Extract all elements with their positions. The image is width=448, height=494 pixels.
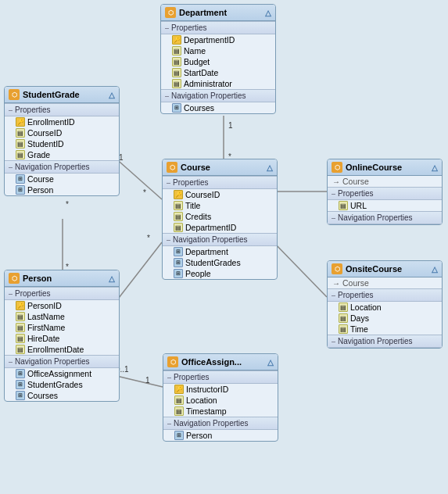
- entity-officeassignment-collapse[interactable]: △: [267, 358, 274, 367]
- person-nav-courses: ⊞ Courses: [5, 390, 119, 401]
- entity-officeassignment: ⬡ OfficeAssign... △ – Properties 🔑 Instr…: [163, 353, 278, 442]
- svg-text:*: *: [143, 188, 146, 197]
- entity-onsitecourse-title: OnsiteCourse: [346, 264, 402, 274]
- entity-officeassignment-header[interactable]: ⬡ OfficeAssign... △: [163, 354, 278, 370]
- nav-icon: ⊞: [16, 391, 25, 400]
- entity-person-header[interactable]: ⬡ Person △: [5, 270, 119, 287]
- entity-department-collapse[interactable]: △: [265, 9, 271, 17]
- field-icon: ▤: [339, 313, 348, 323]
- officeassignment-properties-header[interactable]: – Properties: [163, 370, 278, 384]
- course-nav-studentgrades: ⊞ StudentGrades: [163, 257, 277, 268]
- onsitecourse-prop-location: ▤ Location: [328, 302, 442, 313]
- person-prop-firstname: ▤ FirstName: [5, 322, 119, 333]
- entity-studentgrade: ⬡ StudentGrade △ – Properties 🔑 Enrollme…: [4, 86, 120, 196]
- department-prop-budget: ▤ Budget: [161, 56, 275, 67]
- entity-course-title: Course: [181, 163, 210, 172]
- field-icon: ▤: [172, 68, 181, 77]
- field-icon: ▤: [16, 334, 25, 343]
- entity-course-collapse[interactable]: △: [267, 163, 273, 172]
- studentgrade-navprops-label: Navigation Properties: [15, 163, 90, 171]
- entity-studentgrade-icon: ⬡: [9, 89, 20, 100]
- svg-text:1: 1: [145, 376, 150, 385]
- course-navprops-label: Navigation Properties: [173, 235, 248, 244]
- entity-department: ⬡ Department △ – Properties 🔑 Department…: [160, 4, 276, 114]
- studentgrade-nav-course: ⊞ Course: [5, 174, 119, 184]
- onsitecourse-properties-header[interactable]: – Properties: [328, 288, 442, 302]
- entity-onsitecourse: ⬡ OnsiteCourse △ → Course – Properties ▤…: [327, 260, 443, 349]
- nav-icon: ⊞: [16, 369, 25, 378]
- course-properties-header[interactable]: – Properties: [163, 176, 277, 189]
- entity-person-collapse[interactable]: △: [109, 274, 115, 283]
- nav-icon: ⊞: [172, 103, 181, 113]
- field-icon: ▤: [16, 345, 25, 354]
- department-properties-label: Properties: [171, 23, 207, 32]
- department-prop-startdate: ▤ StartDate: [161, 67, 275, 78]
- entity-onlinecourse-collapse[interactable]: △: [432, 163, 438, 172]
- onsitecourse-navprops-label: Navigation Properties: [338, 337, 413, 345]
- studentgrade-nav-person: ⊞ Person: [5, 184, 119, 195]
- onlinecourse-properties-label: Properties: [338, 189, 374, 198]
- entity-course: ⬡ Course △ – Properties 🔑 CourseID ▤ Tit…: [162, 159, 278, 280]
- studentgrade-properties-label: Properties: [15, 106, 51, 114]
- field-icon: ▤: [339, 302, 348, 312]
- entity-person: ⬡ Person △ – Properties 🔑 PersonID ▤ Las…: [4, 270, 120, 402]
- entity-course-icon: ⬡: [167, 162, 177, 173]
- officeassignment-navprops-header[interactable]: – Navigation Properties: [163, 417, 278, 430]
- studentgrade-prop-studentid: ▤ StudentID: [5, 138, 119, 149]
- entity-person-title: Person: [23, 274, 52, 283]
- department-prop-name: ▤ Name: [161, 45, 275, 56]
- department-navprops-header[interactable]: – Navigation Properties: [161, 89, 275, 102]
- entity-person-icon: ⬡: [9, 273, 20, 284]
- entity-studentgrade-title: StudentGrade: [23, 90, 80, 99]
- entity-department-header[interactable]: ⬡ Department △: [161, 5, 275, 21]
- studentgrade-navprops-header[interactable]: – Navigation Properties: [5, 160, 119, 174]
- entity-onlinecourse-icon: ⬡: [332, 162, 342, 173]
- entity-onsitecourse-icon: ⬡: [332, 263, 342, 274]
- entity-studentgrade-collapse[interactable]: △: [109, 91, 115, 99]
- field-icon: ▤: [339, 201, 348, 210]
- person-prop-hiredate: ▤ HireDate: [5, 333, 119, 344]
- diagram-canvas: 1 * * 1 * * * * 1 0..1 ⬡ Department △: [0, 0, 448, 494]
- entity-course-header[interactable]: ⬡ Course △: [163, 159, 277, 176]
- entity-onlinecourse-header[interactable]: ⬡ OnlineCourse △: [328, 159, 442, 176]
- course-navprops-header[interactable]: – Navigation Properties: [163, 233, 277, 246]
- studentgrade-properties-header[interactable]: – Properties: [5, 103, 119, 116]
- key-icon: 🔑: [174, 385, 184, 394]
- onlinecourse-arrow: → Course: [328, 176, 442, 187]
- field-icon: ▤: [172, 79, 181, 88]
- onsitecourse-properties-label: Properties: [338, 291, 374, 299]
- course-properties-label: Properties: [173, 178, 209, 187]
- entity-onlinecourse-title: OnlineCourse: [346, 163, 402, 172]
- field-icon: ▤: [174, 406, 184, 416]
- studentgrade-prop-enrollmentid: 🔑 EnrollmentID: [5, 116, 119, 127]
- nav-icon: ⊞: [174, 258, 183, 267]
- field-icon: ▤: [339, 324, 348, 334]
- course-nav-department: ⊞ Department: [163, 246, 277, 257]
- officeassignment-navprops-label: Navigation Properties: [174, 419, 249, 428]
- svg-line-16: [113, 375, 163, 387]
- onsitecourse-prop-days: ▤ Days: [328, 313, 442, 324]
- department-nav-courses: ⊞ Courses: [161, 102, 275, 113]
- officeassignment-prop-timestamp: ▤ Timestamp: [163, 406, 278, 417]
- onlinecourse-navprops-label: Navigation Properties: [338, 213, 413, 222]
- onlinecourse-navprops-header[interactable]: – Navigation Properties: [328, 211, 442, 224]
- onsitecourse-navprops-header[interactable]: – Navigation Properties: [328, 335, 442, 348]
- field-icon: ▤: [16, 128, 25, 138]
- entity-onsitecourse-collapse[interactable]: △: [432, 265, 438, 274]
- entity-studentgrade-header[interactable]: ⬡ StudentGrade △: [5, 87, 119, 103]
- svg-text:*: *: [147, 234, 150, 242]
- course-prop-departmentid: ▤ DepartmentID: [163, 222, 277, 233]
- field-icon: ▤: [174, 396, 184, 405]
- svg-text:1: 1: [228, 121, 233, 130]
- field-icon: ▤: [172, 46, 181, 55]
- course-prop-title: ▤ Title: [163, 200, 277, 211]
- svg-line-14: [274, 242, 327, 297]
- svg-text:*: *: [66, 200, 69, 209]
- department-properties-header[interactable]: – Properties: [161, 21, 275, 34]
- entity-onsitecourse-header[interactable]: ⬡ OnsiteCourse △: [328, 261, 442, 277]
- department-prop-departmentid: 🔑 DepartmentID: [161, 34, 275, 45]
- onlinecourse-properties-header[interactable]: – Properties: [328, 187, 442, 200]
- onsitecourse-prop-time: ▤ Time: [328, 324, 442, 335]
- person-properties-header[interactable]: – Properties: [5, 287, 119, 300]
- person-navprops-header[interactable]: – Navigation Properties: [5, 355, 119, 368]
